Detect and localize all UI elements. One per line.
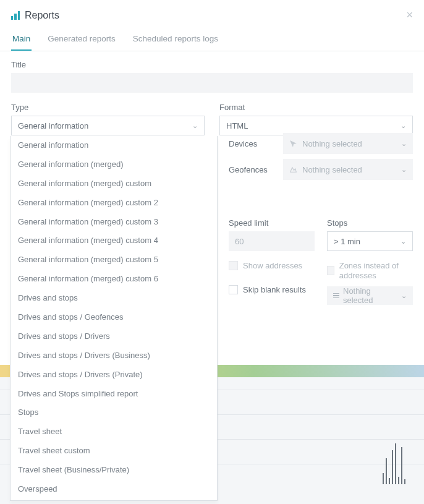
type-dropdown[interactable]: General informationGeneral information (… [10,136,218,501]
title-input[interactable] [11,73,413,93]
stops-label: Stops [327,218,413,228]
chevron-down-icon: ⌄ [401,166,407,174]
show-addresses-label: Show addresses [243,261,302,270]
type-option[interactable]: Stops [11,403,217,422]
stops-select-value: > 1 min [334,237,360,246]
tabs: Main Generated reports Scheduled reports… [0,28,424,51]
reports-icon [11,11,20,20]
type-option[interactable]: Drives and stops / Drivers (Private) [11,365,217,385]
type-option[interactable]: General information (merged) custom 4 [11,231,217,250]
page-title: Reports [25,10,59,21]
type-option[interactable]: Travel sheet (Business/Private) [11,461,217,480]
type-option[interactable]: General information (merged) custom 2 [11,194,217,213]
modal-header: Reports × [0,0,424,28]
cursor-icon [289,140,297,148]
type-option[interactable]: Overspeed [11,480,217,499]
modal-body: Title Type General information ⌄ Format … [0,51,424,142]
chevron-down-icon: ⌄ [192,122,198,130]
geofences-label: Geofences [229,165,274,174]
type-option[interactable]: Travel sheet custom [11,442,217,461]
speed-limit-label: Speed limit [229,218,315,228]
skip-blank-label: Skip blank results [243,285,306,294]
chevron-down-icon: ⌄ [401,292,407,300]
type-option[interactable]: General information (merged) custom 3 [11,213,217,232]
chevron-down-icon: ⌄ [401,237,406,246]
type-option[interactable]: Drives and stops / Drivers [11,327,217,346]
type-option[interactable]: Drives and Stops simplified report [11,385,217,404]
type-select[interactable]: General information ⌄ [11,116,205,135]
title-label: Title [11,60,413,69]
geofences-placeholder: Nothing selected [302,165,362,174]
devices-picker[interactable]: Nothing selected ⌄ [283,133,413,154]
type-option[interactable]: General information (merged) [11,155,217,174]
close-icon[interactable]: × [406,9,413,22]
tab-generated-reports[interactable]: Generated reports [46,28,117,51]
show-addresses-checkbox[interactable] [229,261,238,270]
geofence-icon [289,166,297,174]
type-option[interactable]: Drives and stops [11,289,217,308]
list-icon [333,293,339,299]
type-select-value: General information [18,121,88,130]
tab-main[interactable]: Main [11,28,32,51]
chevron-down-icon: ⌄ [401,122,406,130]
skip-blank-checkbox[interactable] [229,285,238,294]
type-option[interactable]: General information (merged) custom [11,174,217,194]
zones-picker-placeholder: Nothing selected [343,286,401,305]
type-option[interactable]: Drives and stops / Drivers (Business) [11,346,217,365]
chevron-down-icon: ⌄ [401,140,407,148]
zones-picker[interactable]: Nothing selected ⌄ [327,286,413,305]
zones-instead-checkbox[interactable] [327,266,334,275]
format-label: Format [219,103,413,112]
type-option[interactable]: General information (merged) custom 5 [11,250,217,270]
type-option[interactable]: Drives and stops / Geofences [11,308,217,327]
type-option[interactable]: Travel sheet [11,422,217,442]
tab-scheduled-reports-logs[interactable]: Scheduled reports logs [132,28,219,51]
stops-select[interactable]: > 1 min ⌄ [327,231,413,251]
type-label: Type [11,103,205,112]
type-option[interactable]: General information [11,136,217,155]
devices-label: Devices [229,139,274,148]
zones-instead-label: Zones instead of addresses [339,261,413,280]
type-option[interactable]: Overspeed / Geofences [11,499,217,501]
type-option[interactable]: General information (merged) custom 6 [11,270,217,289]
speed-limit-input[interactable] [229,231,315,251]
devices-placeholder: Nothing selected [302,139,362,148]
format-select-value: HTML [226,121,248,130]
reports-modal: Reports × Main Generated reports Schedul… [0,0,424,142]
geofences-picker[interactable]: Nothing selected ⌄ [283,159,413,180]
chart-spikes [383,443,405,484]
